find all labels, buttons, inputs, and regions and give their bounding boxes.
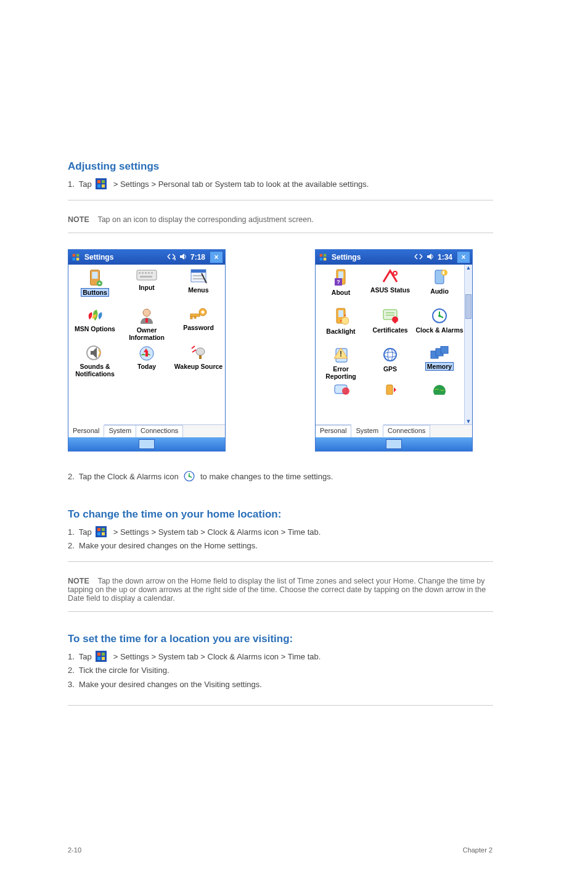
start-icon[interactable] — [316, 252, 330, 262]
titlebar-right: Settings 1:34 × — [316, 250, 472, 265]
svg-rect-91 — [97, 657, 100, 660]
svg-rect-30 — [190, 314, 200, 316]
svg-rect-17 — [142, 272, 144, 274]
keyboard-icon[interactable] — [139, 439, 155, 449]
svg-rect-5 — [73, 254, 75, 257]
applet-asus-status[interactable]: ASUS Status — [366, 268, 414, 303]
section-title-adjusting: Adjusting settings — [68, 160, 493, 173]
note-home: NOTE Tap the down arrow on the Home fiel… — [68, 577, 493, 603]
svg-rect-0 — [96, 178, 107, 189]
applet-clock-alarms[interactable]: Clock & Alarms — [415, 307, 463, 342]
applet-backlight[interactable]: Backlight — [317, 307, 365, 342]
applet-memory[interactable]: Memory — [415, 346, 463, 380]
applet-password[interactable]: Password — [173, 307, 224, 341]
scrollbar[interactable]: ▲ ▼ — [464, 265, 472, 424]
steps-home: 1. Tap > Settings > System tab > Clock &… — [68, 526, 493, 553]
applet-today[interactable]: Today — [121, 345, 172, 377]
svg-marker-10 — [180, 254, 184, 260]
connection-icon[interactable]: x — [167, 253, 176, 262]
svg-point-71 — [388, 349, 393, 361]
scroll-down-icon[interactable]: ▼ — [465, 418, 472, 424]
footer-right: Chapter 2 — [463, 846, 492, 854]
scroll-up-icon[interactable]: ▲ — [465, 265, 472, 271]
steps-adjusting-2: 2. Tap the Clock & Alarms icon to make c… — [68, 470, 493, 484]
applet-error-reporting[interactable]: ! Error Reporting — [317, 346, 365, 380]
svg-rect-19 — [148, 272, 150, 274]
speaker-icon[interactable] — [179, 253, 187, 262]
svg-marker-34 — [91, 347, 97, 358]
svg-point-69 — [384, 349, 396, 361]
svg-rect-4 — [102, 184, 105, 188]
tab-personal[interactable]: Personal — [68, 424, 104, 437]
svg-rect-89 — [97, 653, 100, 656]
svg-rect-40 — [324, 254, 326, 257]
applet-partial-1[interactable] — [317, 384, 365, 411]
device-right: Settings 1:34 × ? About ASUS Status Audi… — [315, 249, 473, 452]
start-icon — [96, 178, 107, 189]
svg-rect-83 — [96, 526, 107, 537]
svg-rect-88 — [96, 651, 107, 662]
softbar — [68, 437, 225, 451]
tab-system[interactable]: System — [104, 425, 136, 437]
svg-point-65 — [438, 315, 441, 317]
applet-sounds-notifications[interactable]: Sounds & Notifications — [70, 345, 120, 377]
svg-rect-15 — [137, 270, 157, 280]
svg-marker-51 — [443, 271, 444, 274]
start-icon — [96, 651, 107, 662]
clock-text[interactable]: 7:18 — [190, 253, 205, 262]
svg-rect-18 — [145, 272, 147, 274]
svg-rect-36 — [145, 352, 148, 357]
tab-personal[interactable]: Personal — [316, 425, 351, 437]
svg-rect-21 — [140, 276, 152, 278]
applet-msn-options[interactable]: MSN Options — [70, 307, 120, 341]
svg-rect-86 — [97, 532, 100, 535]
svg-point-82 — [189, 476, 190, 477]
tabs-left: Personal System Connections — [68, 424, 225, 437]
applet-wakeup-source[interactable]: Wakeup Source — [173, 345, 224, 377]
connection-icon[interactable] — [414, 253, 423, 262]
softbar — [316, 437, 472, 451]
applet-partial-3[interactable] — [415, 384, 463, 411]
tab-connections[interactable]: Connections — [383, 425, 430, 437]
applet-buttons[interactable]: + Buttons — [70, 268, 120, 303]
note-adjusting: NOTE Tap on an icon to display the corre… — [68, 215, 493, 224]
start-icon[interactable] — [68, 252, 83, 262]
svg-marker-43 — [427, 254, 431, 260]
window-title: Settings — [330, 253, 361, 262]
clock-text[interactable]: 1:34 — [438, 253, 452, 262]
close-button[interactable]: × — [210, 251, 223, 263]
speaker-icon[interactable] — [427, 253, 434, 262]
scroll-thumb[interactable] — [465, 294, 472, 319]
applet-input[interactable]: Input — [121, 268, 172, 303]
tab-system[interactable]: System — [351, 424, 383, 437]
tabs-right: Personal System Connections — [316, 424, 472, 437]
svg-text:x: x — [174, 257, 176, 260]
close-button[interactable]: × — [457, 251, 470, 263]
svg-rect-77 — [386, 385, 393, 395]
applet-audio[interactable]: Audio — [415, 268, 463, 303]
svg-rect-2 — [102, 180, 105, 183]
clock-icon — [183, 470, 195, 482]
applet-partial-2[interactable] — [366, 384, 414, 411]
svg-rect-53 — [338, 310, 343, 317]
applet-certificates[interactable]: Certificates — [366, 307, 414, 342]
svg-rect-23 — [191, 270, 206, 273]
steps-visiting: 1. Tap > Settings > System tab > Clock &… — [68, 650, 493, 691]
applet-menus[interactable]: Menus — [173, 268, 224, 303]
applet-about[interactable]: ? About — [317, 268, 365, 303]
applet-gps[interactable]: GPS — [366, 346, 414, 380]
svg-rect-45 — [338, 271, 343, 278]
svg-text:+: + — [98, 281, 101, 286]
tab-connections[interactable]: Connections — [136, 425, 183, 437]
icon-grid-right: ? About ASUS Status Audio Backlight Cert… — [316, 265, 472, 424]
svg-rect-8 — [76, 258, 79, 260]
svg-point-29 — [202, 311, 205, 314]
svg-rect-90 — [102, 653, 105, 656]
keyboard-icon[interactable] — [386, 439, 402, 449]
svg-point-76 — [342, 387, 349, 395]
svg-rect-20 — [151, 272, 153, 274]
applet-owner-information[interactable]: Owner Information — [121, 307, 172, 341]
svg-rect-41 — [320, 258, 322, 260]
svg-rect-84 — [97, 528, 100, 531]
svg-rect-92 — [102, 657, 105, 660]
